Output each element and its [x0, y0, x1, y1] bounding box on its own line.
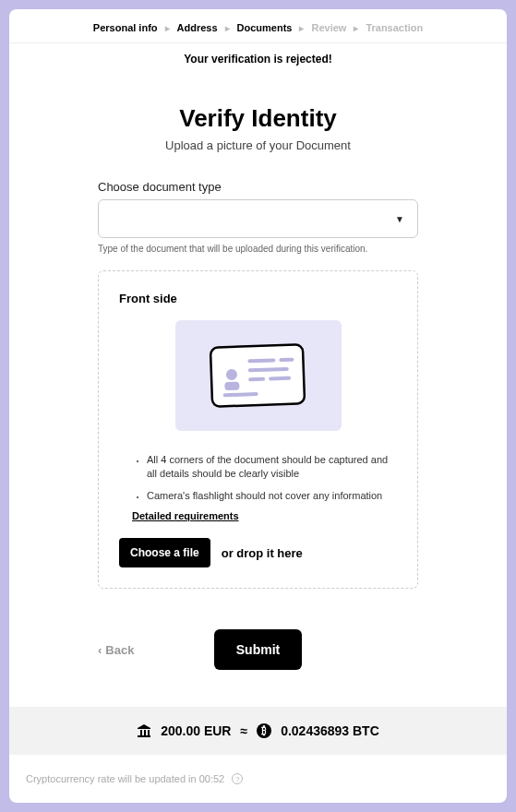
breadcrumb-step-address[interactable]: Address	[177, 22, 218, 33]
approx-symbol: ≈	[240, 723, 247, 738]
content: Verify Identity Upload a picture of your…	[9, 66, 507, 707]
back-label: Back	[105, 643, 134, 657]
page-subtitle: Upload a picture of your Document	[98, 138, 418, 152]
fiat-amount: 200.00 EUR	[161, 723, 231, 738]
breadcrumb-step-documents[interactable]: Documents	[237, 22, 293, 33]
bank-icon	[137, 723, 151, 738]
requirements-list: All 4 corners of the document should be …	[119, 453, 397, 503]
page-title: Verify Identity	[98, 104, 418, 133]
svg-rect-2	[224, 382, 239, 391]
chevron-right-icon: ▸	[354, 23, 358, 33]
doc-type-helper: Type of the document that will be upload…	[98, 244, 418, 254]
svg-text:₿: ₿	[261, 725, 267, 736]
submit-button[interactable]: Submit	[214, 629, 302, 670]
doc-type-select[interactable]: ▼	[98, 199, 418, 238]
bitcoin-icon: ₿	[257, 723, 271, 738]
chevron-right-icon: ▸	[165, 23, 170, 33]
doc-type-label: Choose document type	[98, 180, 418, 194]
id-card-illustration	[175, 320, 342, 431]
drop-hint: or drop it here	[222, 546, 303, 560]
chevron-right-icon: ▸	[225, 23, 230, 33]
upload-dropzone[interactable]: Front side	[98, 270, 418, 589]
status-message: Your verification is rejected!	[9, 43, 507, 66]
back-button[interactable]: ‹ Back	[98, 643, 134, 657]
upload-title: Front side	[119, 292, 397, 305]
choose-file-button[interactable]: Choose a file	[119, 538, 210, 567]
crypto-amount: 0.02436893 BTC	[281, 723, 379, 738]
requirement-item: Camera's flashlight should not cover any…	[147, 489, 397, 503]
breadcrumb: Personal info ▸ Address ▸ Documents ▸ Re…	[9, 9, 507, 43]
chevron-left-icon: ‹	[98, 643, 102, 657]
caret-down-icon: ▼	[395, 214, 404, 224]
breadcrumb-step-transaction: Transaction	[366, 22, 423, 33]
svg-rect-6	[248, 377, 265, 382]
requirement-item: All 4 corners of the document should be …	[147, 453, 397, 482]
id-card-icon	[208, 340, 309, 411]
svg-rect-0	[210, 344, 304, 406]
footer: Cryptocurrency rate will be updated in 0…	[9, 755, 507, 803]
svg-rect-4	[279, 358, 294, 363]
main-panel: Personal info ▸ Address ▸ Documents ▸ Re…	[9, 9, 507, 803]
detailed-requirements-link[interactable]: Detailed requirements	[132, 510, 397, 521]
breadcrumb-step-review: Review	[311, 22, 346, 33]
rate-bar: 200.00 EUR ≈ ₿ 0.02436893 BTC	[9, 707, 507, 755]
breadcrumb-step-personal[interactable]: Personal info	[93, 22, 158, 33]
svg-rect-7	[269, 376, 291, 381]
chevron-right-icon: ▸	[299, 23, 304, 33]
rate-update-text: Cryptocurrency rate will be updated in 0…	[26, 773, 224, 784]
help-icon[interactable]: ?	[232, 773, 243, 784]
